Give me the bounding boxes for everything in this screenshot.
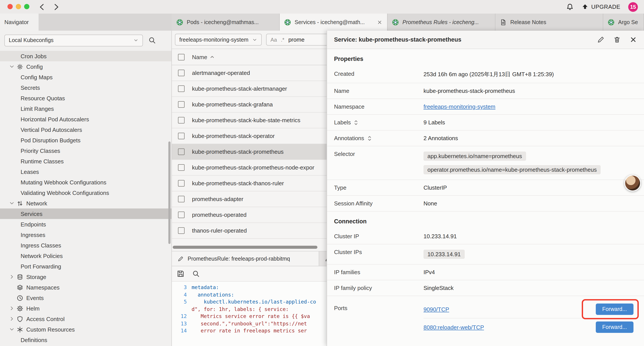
kubeconfig-selector[interactable]: Local Kubeconfigs bbox=[4, 34, 143, 46]
row-label: Namespace bbox=[334, 103, 364, 110]
sidebar-item-endpoints[interactable]: Endpoints bbox=[0, 219, 172, 230]
chevron-right-icon bbox=[9, 274, 15, 280]
sidebar-item-pod-disruption-budgets[interactable]: Pod Disruption Budgets bbox=[0, 135, 172, 145]
namespace-link[interactable]: freeleaps-monitoring-system bbox=[424, 103, 496, 110]
sidebar-item-horizontal-pod-autoscalers[interactable]: Horizontal Pod Autoscalers bbox=[0, 114, 172, 124]
port-link[interactable]: 9090/TCP bbox=[424, 306, 449, 313]
row-checkbox[interactable] bbox=[178, 133, 184, 139]
forward-arrow-icon[interactable] bbox=[52, 3, 60, 11]
tab-close-icon[interactable] bbox=[376, 19, 383, 25]
cluster-ip-badge: 10.233.14.91 bbox=[424, 250, 465, 259]
sidebar-item-leases[interactable]: Leases bbox=[0, 166, 172, 177]
detail-panel-title: Service: kube-prometheus-stack-prometheu… bbox=[334, 36, 597, 43]
sidebar-item-secrets[interactable]: Secrets bbox=[0, 82, 172, 93]
sidebar-item-access-control[interactable]: Access Control bbox=[0, 314, 172, 324]
row-checkbox[interactable] bbox=[178, 148, 184, 155]
user-avatar[interactable] bbox=[624, 175, 641, 191]
sidebar-item-namespaces[interactable]: Namespaces bbox=[0, 282, 172, 293]
regex-toggle[interactable]: .* bbox=[281, 36, 284, 43]
forward-button[interactable]: Forward... bbox=[596, 304, 634, 315]
sidebar-item-resource-quotas[interactable]: Resource Quotas bbox=[0, 93, 172, 103]
tab-services[interactable]: Services - icecheng@math... bbox=[280, 13, 388, 31]
sidebar-item-storage[interactable]: Storage bbox=[0, 272, 172, 282]
row-checkbox[interactable] bbox=[178, 164, 184, 171]
port-link[interactable]: 8080:reloader-web/TCP bbox=[424, 324, 484, 331]
navigator-title: Navigator bbox=[4, 19, 29, 25]
sidebar-item-cron-jobs[interactable]: Cron Jobs bbox=[0, 51, 172, 61]
sidebar-scrollbar[interactable] bbox=[168, 141, 170, 244]
sidebar-item-network[interactable]: Network bbox=[0, 198, 172, 209]
row-checkbox[interactable] bbox=[178, 70, 184, 76]
expander-icon[interactable] bbox=[367, 135, 372, 141]
column-header-name[interactable]: Name bbox=[192, 54, 214, 60]
navigator-header[interactable]: Navigator bbox=[0, 13, 38, 31]
chevron-down-icon bbox=[9, 63, 15, 70]
service-name: thanos-ruler-operated bbox=[192, 227, 247, 234]
sidebar-item-limit-ranges[interactable]: Limit Ranges bbox=[0, 103, 172, 114]
namespace-filter-select[interactable]: freeleaps-monitoring-system bbox=[175, 34, 262, 45]
sidebar-item-label: Cron Jobs bbox=[20, 53, 47, 59]
sidebar-item-definitions[interactable]: Definitions bbox=[0, 335, 172, 345]
case-sensitive-toggle[interactable]: Aa bbox=[270, 36, 277, 43]
search-query-text: prome bbox=[288, 36, 304, 43]
section-heading-properties: Properties bbox=[327, 49, 644, 66]
sidebar-item-events[interactable]: Events bbox=[0, 293, 172, 303]
network-arrows-icon bbox=[17, 200, 23, 207]
select-all-checkbox[interactable] bbox=[178, 54, 184, 60]
sidebar-search-icon[interactable] bbox=[148, 36, 156, 44]
sidebar-item-config-maps[interactable]: Config Maps bbox=[0, 72, 172, 82]
tab-prometheus-rules[interactable]: Prometheus Rules - icecheng... bbox=[388, 13, 496, 31]
sidebar-item-validating-webhook-configurations[interactable]: Validating Webhook Configurations bbox=[0, 187, 172, 198]
minimize-window-button[interactable] bbox=[16, 4, 21, 9]
row-checkbox[interactable] bbox=[178, 196, 184, 202]
sidebar-item-mutating-webhook-configurations[interactable]: Mutating Webhook Configurations bbox=[0, 177, 172, 187]
sidebar-item-config[interactable]: Config bbox=[0, 61, 172, 72]
chevron-down-icon bbox=[9, 200, 15, 206]
sidebar-item-priority-classes[interactable]: Priority Classes bbox=[0, 145, 172, 156]
row-checkbox[interactable] bbox=[178, 227, 184, 234]
row-checkbox[interactable] bbox=[178, 101, 184, 108]
dock-tab-prometheusrule[interactable]: PrometheusRule: freeleaps-prod-rabbitmq bbox=[172, 251, 319, 266]
row-value: 253d 16h 6m ago (2025年1月13日 GMT+8 1:25:3… bbox=[424, 70, 637, 78]
sidebar-item-ingresses[interactable]: Ingresses bbox=[0, 230, 172, 240]
sidebar-item-services[interactable]: Services bbox=[0, 209, 172, 219]
sidebar-item-custom-resources[interactable]: Custom Resources bbox=[0, 324, 172, 335]
row-checkbox[interactable] bbox=[178, 212, 184, 218]
close-window-button[interactable] bbox=[8, 4, 13, 9]
tab-release-notes[interactable]: Release Notes bbox=[496, 13, 603, 31]
scrollbar-thumb[interactable] bbox=[173, 246, 318, 249]
sidebar-item-port-forwarding[interactable]: Port Forwarding bbox=[0, 261, 172, 272]
row-checkbox[interactable] bbox=[178, 85, 184, 92]
sidebar-item-label: Access Control bbox=[26, 316, 65, 322]
editor-search-icon[interactable] bbox=[192, 270, 200, 278]
sidebar-item-network-policies[interactable]: Network Policies bbox=[0, 251, 172, 261]
tab-argo[interactable]: Argo Se bbox=[603, 13, 644, 31]
sidebar-item-ingress-classes[interactable]: Ingress Classes bbox=[0, 240, 172, 251]
row-checkbox[interactable] bbox=[178, 180, 184, 187]
row-checkbox[interactable] bbox=[178, 117, 184, 123]
expander-icon[interactable] bbox=[354, 119, 359, 125]
close-icon[interactable] bbox=[630, 36, 637, 43]
upgrade-button[interactable]: UPGRADE bbox=[582, 3, 620, 10]
sidebar-item-vertical-pod-autoscalers[interactable]: Vertical Pod Autoscalers bbox=[0, 124, 172, 135]
sidebar-item-label: Priority Classes bbox=[20, 147, 60, 154]
notifications-bell-icon[interactable] bbox=[566, 3, 574, 11]
tab-pods[interactable]: Pods - icecheng@mathmas... bbox=[172, 13, 280, 31]
dock-tab-label: PrometheusRule: freeleaps-prod-rabbitmq bbox=[188, 256, 290, 262]
detail-row-ports: Ports 9090/TCP Forward... 8080:reloader-… bbox=[327, 296, 644, 340]
navigator-strip: Navigator bbox=[0, 13, 172, 31]
sort-asc-icon bbox=[209, 54, 214, 59]
notification-count-badge[interactable]: 15 bbox=[628, 2, 638, 11]
forward-button[interactable]: Forward... bbox=[596, 322, 634, 333]
chevron-down-icon bbox=[9, 326, 15, 333]
row-value: ClusterIP bbox=[424, 184, 637, 191]
maximize-window-button[interactable] bbox=[24, 4, 29, 9]
sidebar-item-helm[interactable]: Helm bbox=[0, 303, 172, 314]
save-icon[interactable] bbox=[177, 270, 184, 278]
edit-pencil-icon[interactable] bbox=[597, 36, 604, 43]
back-arrow-icon[interactable] bbox=[38, 3, 46, 11]
port-entry-8080: 8080:reloader-web/TCP Forward... bbox=[424, 319, 637, 336]
sidebar-item-runtime-classes[interactable]: Runtime Classes bbox=[0, 156, 172, 166]
detail-row-created: Created 253d 16h 6m ago (2025年1月13日 GMT+… bbox=[327, 66, 644, 83]
delete-trash-icon[interactable] bbox=[613, 36, 621, 43]
